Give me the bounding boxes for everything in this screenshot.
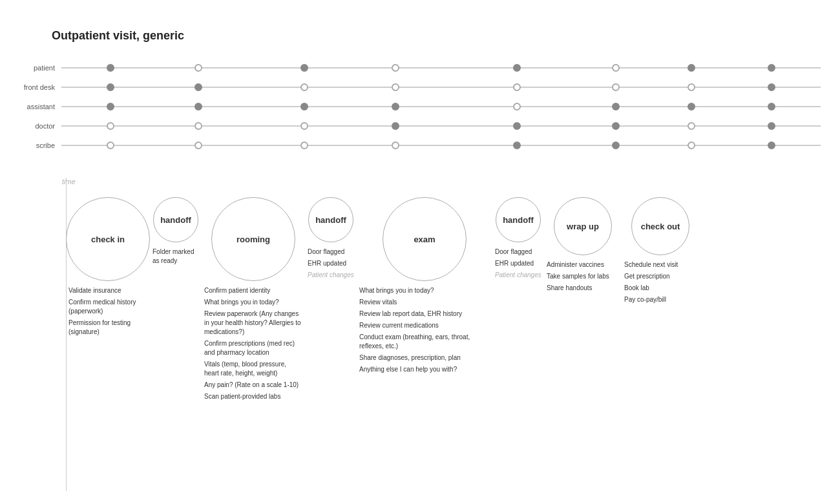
task-item: Anything else I can help you with? — [359, 365, 490, 374]
dot-patient-7 — [768, 64, 775, 72]
stage-col-handoff-2: handoffDoor flaggedEHR updatedPatient ch… — [305, 197, 357, 404]
dot-scribe-0 — [107, 142, 114, 149]
task-item: Permission for testing (signature) — [68, 319, 147, 337]
dot-front-desk-7 — [768, 83, 775, 91]
stage-col-handoff-1: handoffFolder marked as ready — [150, 197, 202, 404]
lane-label-front-desk: front desk — [19, 83, 61, 91]
stage-circle-check-out: check out — [631, 197, 689, 255]
dot-doctor-3 — [392, 122, 399, 130]
stage-circle-wrap-up: wrap up — [554, 197, 612, 255]
dot-patient-2 — [300, 64, 308, 72]
dot-scribe-4 — [513, 142, 521, 149]
stage-tasks-exam: What brings you in today?Review vitalsRe… — [357, 286, 492, 377]
task-item: Schedule next visit — [624, 260, 697, 269]
stage-col-wrap-up: wrap upAdminister vaccinesTake samples f… — [544, 197, 622, 404]
stage-tasks-wrap-up: Administer vaccinesTake samples for labs… — [544, 260, 622, 295]
dot-front-desk-4 — [513, 83, 521, 91]
stage-label-exam: exam — [414, 235, 435, 244]
stage-circle-handoff-2: handoff — [308, 197, 353, 242]
dot-front-desk-0 — [107, 83, 114, 91]
lane-doctor: doctor — [19, 116, 821, 136]
stage-col-check-out: check outSchedule next visitGet prescrip… — [622, 197, 699, 404]
stage-label-handoff-2: handoff — [315, 215, 346, 225]
stages-row: check inValidate insuranceConfirm medica… — [66, 197, 821, 404]
dot-scribe-1 — [194, 142, 202, 149]
task-item: Share handouts — [547, 284, 619, 293]
task-item: Review lab report data, EHR history — [359, 310, 490, 319]
task-item: Any pain? (Rate on a scale 1-10) — [204, 381, 302, 390]
dot-assistant-0 — [107, 103, 114, 110]
stage-label-check-out: check out — [641, 222, 680, 231]
dot-scribe-6 — [688, 142, 695, 149]
dot-assistant-1 — [194, 103, 202, 110]
task-item: Get prescription — [624, 272, 697, 281]
lane-label-doctor: doctor — [19, 122, 61, 130]
dot-doctor-5 — [612, 122, 620, 130]
dot-assistant-7 — [768, 103, 775, 110]
dot-doctor-1 — [194, 122, 202, 130]
lane-track-doctor — [61, 125, 821, 127]
dot-front-desk-2 — [300, 83, 308, 91]
dot-patient-5 — [612, 64, 620, 72]
stage-tasks-check-in: Validate insuranceConfirm medical histor… — [66, 286, 150, 339]
dot-scribe-5 — [612, 142, 620, 149]
task-item: EHR updated — [308, 259, 354, 268]
task-item: Pay co-pay/bill — [624, 295, 697, 304]
dot-assistant-3 — [392, 103, 399, 110]
task-item: Review paperwork (Any changes in your he… — [204, 310, 302, 337]
task-item: Review vitals — [359, 298, 490, 307]
stage-label-handoff-3: handoff — [503, 215, 534, 225]
dot-doctor-4 — [513, 122, 521, 130]
stage-tasks-handoff-1: Folder marked as ready — [150, 247, 202, 268]
dot-patient-0 — [107, 64, 114, 72]
dot-assistant-6 — [688, 103, 695, 110]
swimlane-area: patientfront deskassistantdoctorscribe — [19, 58, 821, 165]
stage-tasks-check-out: Schedule next visitGet prescriptionBook … — [622, 260, 699, 307]
task-item: Administer vaccines — [547, 260, 619, 269]
task-item: What brings you in today? — [359, 286, 490, 295]
lane-track-front-desk — [61, 87, 821, 88]
task-item: Door flagged — [308, 247, 354, 257]
task-item: Validate insurance — [68, 286, 147, 295]
dot-doctor-0 — [107, 122, 114, 130]
stage-circle-rooming: rooming — [211, 197, 295, 281]
task-item: What brings you in today? — [204, 298, 302, 307]
lane-assistant: assistant — [19, 97, 821, 116]
stage-col-rooming: roomingConfirm patient identityWhat brin… — [202, 197, 305, 404]
page-title: Outpatient visit, generic — [52, 29, 184, 43]
stage-circle-exam: exam — [383, 197, 467, 281]
lane-track-patient — [61, 67, 821, 68]
lane-scribe: scribe — [19, 136, 821, 155]
lane-label-patient: patient — [19, 64, 61, 72]
stage-col-exam: examWhat brings you in today?Review vita… — [357, 197, 492, 404]
dot-assistant-2 — [300, 103, 308, 110]
task-item: Share diagnoses, prescription, plan — [359, 353, 490, 362]
task-item: Folder marked as ready — [152, 247, 199, 266]
stage-tasks-handoff-3: Door flaggedEHR updatedPatient changes — [492, 247, 544, 282]
task-item: Vitals (temp, blood pressure, heart rate… — [204, 360, 302, 378]
dot-assistant-4 — [513, 103, 521, 110]
task-item: Scan patient-provided labs — [204, 392, 302, 401]
time-label: time — [62, 178, 76, 185]
stage-circle-handoff-3: handoff — [496, 197, 541, 242]
task-item-italic: Patient changes — [495, 271, 541, 280]
task-item: Conduct exam (breathing, ears, throat, r… — [359, 333, 490, 351]
dot-front-desk-6 — [688, 83, 695, 91]
stage-label-check-in: check in — [91, 235, 125, 244]
stage-label-wrap-up: wrap up — [567, 222, 599, 231]
lane-label-scribe: scribe — [19, 142, 61, 149]
dot-assistant-5 — [612, 103, 620, 110]
stage-tasks-handoff-2: Door flaggedEHR updatedPatient changes — [305, 247, 357, 282]
dot-patient-1 — [194, 64, 202, 72]
task-item: Take samples for labs — [547, 272, 619, 281]
dot-scribe-7 — [768, 142, 775, 149]
lane-patient: patient — [19, 58, 821, 78]
dot-front-desk-1 — [194, 83, 202, 91]
lane-track-scribe — [61, 145, 821, 146]
lane-label-assistant: assistant — [19, 103, 61, 110]
process-area: time check inValidate insuranceConfirm m… — [19, 178, 821, 491]
dot-front-desk-3 — [392, 83, 399, 91]
dot-patient-4 — [513, 64, 521, 72]
dot-patient-3 — [392, 64, 399, 72]
stage-col-handoff-3: handoffDoor flaggedEHR updatedPatient ch… — [492, 197, 544, 404]
